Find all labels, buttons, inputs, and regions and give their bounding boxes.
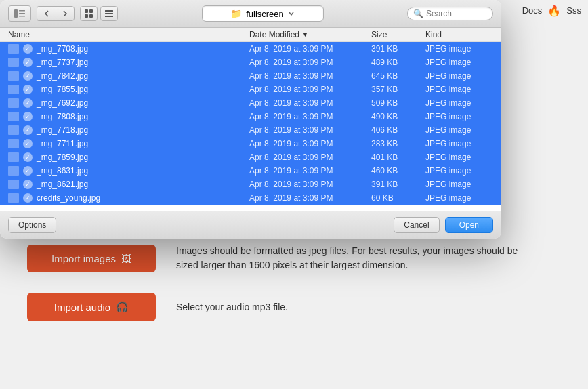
file-size: 391 KB [371,44,425,54]
sidebar-toggle-btn[interactable] [8,5,31,22]
file-row[interactable]: ✓ _mg_7842.jpg Apr 8, 2019 at 3:09 PM 64… [0,69,501,83]
kind-column-header[interactable]: Kind [425,30,493,39]
nav-buttons [37,6,75,21]
file-size: 460 KB [371,166,425,176]
svg-rect-3 [19,16,25,17]
file-kind: JPEG image [425,180,493,189]
list-view-btn[interactable] [100,6,118,21]
file-list-area[interactable]: Name Date Modified ▼ Size Kind ✓ _mg_770… [0,28,501,211]
file-row[interactable]: ✓ _mg_7711.jpg Apr 8, 2019 at 3:09 PM 28… [0,137,501,150]
svg-rect-9 [105,13,113,14]
svg-rect-6 [85,14,88,18]
check-badge: ✓ [23,139,33,148]
file-size: 406 KB [371,125,425,135]
back-btn[interactable] [37,6,56,21]
file-kind: JPEG image [425,44,493,54]
file-size: 60 KB [371,193,425,203]
file-kind: JPEG image [425,98,493,108]
sss-link[interactable]: Sss [566,5,581,16]
import-images-section: Import images 🖼 Images should be formatt… [27,244,561,272]
import-images-button[interactable]: Import images 🖼 [27,245,156,272]
file-row[interactable]: ✓ _mg_7808.jpg Apr 8, 2019 at 3:09 PM 49… [0,110,501,123]
file-date: Apr 8, 2019 at 3:09 PM [249,58,371,67]
open-button[interactable]: Open [445,217,493,233]
svg-rect-0 [14,9,18,18]
file-name: credits_young.jpg [37,193,100,203]
file-date: Apr 8, 2019 at 3:09 PM [249,139,371,148]
top-bar: Docs 🔥 Sss [516,0,588,21]
check-badge: ✓ [23,180,33,189]
file-name: _mg_7692.jpg [37,98,88,108]
file-size: 645 KB [371,71,425,81]
search-icon: 🔍 [413,9,423,18]
file-kind: JPEG image [425,85,493,94]
file-size: 509 KB [371,98,425,108]
file-kind: JPEG image [425,71,493,81]
file-date: Apr 8, 2019 at 3:09 PM [249,112,371,121]
check-badge: ✓ [23,125,33,135]
grid-view-btn[interactable] [80,6,98,21]
sort-arrow: ▼ [302,31,308,38]
svg-rect-5 [89,9,93,13]
file-name: _mg_8631.jpg [37,166,88,176]
check-badge: ✓ [23,193,33,203]
options-button[interactable]: Options [8,217,56,233]
svg-rect-2 [19,13,25,14]
location-bar: 📁 fullscreen [123,5,402,22]
size-column-header[interactable]: Size [371,30,425,39]
docs-link[interactable]: Docs [522,5,543,16]
import-audio-button[interactable]: Import audio 🎧 [27,293,156,321]
file-row[interactable]: ✓ _mg_8631.jpg Apr 8, 2019 at 3:09 PM 46… [0,164,501,178]
search-input[interactable] [426,9,487,18]
check-badge: ✓ [23,112,33,121]
file-thumbnail [8,193,19,203]
file-size: 489 KB [371,58,425,67]
import-audio-label: Import audio [54,302,110,313]
file-kind: JPEG image [425,139,493,148]
file-thumbnail [8,152,19,162]
check-badge: ✓ [23,58,33,67]
check-badge: ✓ [23,152,33,162]
import-images-label: Import images [51,253,116,264]
file-date: Apr 8, 2019 at 3:09 PM [249,125,371,135]
file-row[interactable]: ✓ _mg_7718.jpg Apr 8, 2019 at 3:09 PM 40… [0,123,501,137]
file-row[interactable]: ✓ _mg_7855.jpg Apr 8, 2019 at 3:09 PM 35… [0,83,501,96]
location-display[interactable]: 📁 fullscreen [202,5,324,22]
file-row[interactable]: ✓ _mg_8621.jpg Apr 8, 2019 at 3:09 PM 39… [0,178,501,191]
date-column-header[interactable]: Date Modified ▼ [249,30,371,39]
file-thumbnail [8,139,19,148]
column-headers: Name Date Modified ▼ Size Kind [0,28,501,42]
forward-btn[interactable] [56,6,75,21]
svg-rect-10 [105,16,113,17]
file-thumbnail [8,166,19,176]
check-badge: ✓ [23,166,33,176]
file-name: _mg_7737.jpg [37,58,88,67]
file-name: _mg_7708.jpg [37,44,88,54]
file-date: Apr 8, 2019 at 3:09 PM [249,180,371,189]
headphone-icon: 🎧 [116,301,129,313]
check-badge: ✓ [23,85,33,94]
view-controls [80,6,118,21]
file-row[interactable]: ✓ _mg_7859.jpg Apr 8, 2019 at 3:09 PM 40… [0,150,501,164]
file-date: Apr 8, 2019 at 3:09 PM [249,44,371,54]
svg-rect-1 [19,10,25,12]
file-kind: JPEG image [425,193,493,203]
name-column-header[interactable]: Name [8,30,249,39]
file-name: _mg_7808.jpg [37,112,88,121]
file-row[interactable]: ✓ _mg_7737.jpg Apr 8, 2019 at 3:09 PM 48… [0,56,501,69]
footer-right: Cancel Open [394,217,493,233]
dialog-footer: Options Cancel Open [0,211,501,239]
file-thumbnail [8,58,19,67]
file-size: 391 KB [371,180,425,189]
file-kind: JPEG image [425,152,493,162]
svg-rect-7 [89,14,93,18]
file-name: _mg_7711.jpg [37,139,88,148]
search-box: 🔍 [407,7,493,20]
file-row[interactable]: ✓ credits_young.jpg Apr 8, 2019 at 3:09 … [0,191,501,205]
file-row[interactable]: ✓ _mg_7692.jpg Apr 8, 2019 at 3:09 PM 50… [0,96,501,110]
cancel-button[interactable]: Cancel [394,217,439,233]
file-kind: JPEG image [425,58,493,67]
file-row[interactable]: ✓ _mg_7708.jpg Apr 8, 2019 at 3:09 PM 39… [0,42,501,56]
file-name: _mg_7718.jpg [37,125,88,135]
file-rows-container: ✓ _mg_7708.jpg Apr 8, 2019 at 3:09 PM 39… [0,42,501,205]
